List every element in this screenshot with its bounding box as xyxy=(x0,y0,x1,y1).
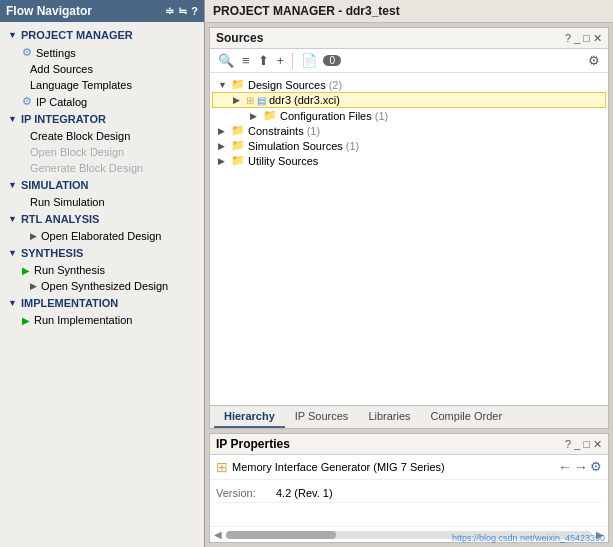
nav-item-language-templates[interactable]: Language Templates xyxy=(0,77,204,93)
section-label-simulation: SIMULATION xyxy=(21,179,89,191)
nav-label-run-implementation: Run Implementation xyxy=(34,314,132,326)
tree-design-sources[interactable]: ▼ 📁 Design Sources (2) xyxy=(210,77,608,92)
arrow-design-sources: ▼ xyxy=(218,80,228,90)
sources-close-icon[interactable]: ✕ xyxy=(593,32,602,45)
folder-icon-constraints: 📁 xyxy=(231,124,245,137)
nav-header-title: Flow Navigator xyxy=(6,4,92,18)
nav-item-open-elaborated-design[interactable]: ▶ Open Elaborated Design xyxy=(0,228,204,244)
section-label-implementation: IMPLEMENTATION xyxy=(21,297,118,309)
filter-icon[interactable]: ≡ xyxy=(240,52,252,69)
chevron-simulation: ▼ xyxy=(8,180,17,190)
sources-header-right: ? _ □ ✕ xyxy=(565,32,602,45)
section-project-manager[interactable]: ▼ PROJECT MANAGER xyxy=(0,26,204,44)
sources-tree: ▼ 📁 Design Sources (2) ▶ ⊞ ▤ ddr3 (ddr3.… xyxy=(210,73,608,405)
settings-icon[interactable]: ⚙ xyxy=(586,52,602,69)
label-utility-sources: Utility Sources xyxy=(248,155,318,167)
nav-item-settings[interactable]: ⚙ Settings xyxy=(0,44,204,61)
file-icon[interactable]: 📄 xyxy=(299,52,319,69)
sources-minimize-icon[interactable]: _ xyxy=(574,32,580,45)
up-icon[interactable]: ⬆ xyxy=(256,52,271,69)
folder-icon-config-files: 📁 xyxy=(263,109,277,122)
ip-panel-title: IP Properties xyxy=(216,437,290,451)
nav-icon-2[interactable]: ≒ xyxy=(178,5,187,18)
nav-item-open-synthesized-design[interactable]: ▶ Open Synthesized Design xyxy=(0,278,204,294)
ip-nav-arrows: ← → ⚙ xyxy=(558,459,602,475)
section-rtl-analysis[interactable]: ▼ RTL ANALYSIS xyxy=(0,210,204,228)
sources-panel-title: Sources xyxy=(216,31,263,45)
label-config-files: Configuration Files xyxy=(280,110,372,122)
folder-icon-design-sources: 📁 xyxy=(231,78,245,91)
section-synthesis[interactable]: ▼ SYNTHESIS xyxy=(0,244,204,262)
chevron-right-synthesized: ▶ xyxy=(30,281,37,291)
sources-maximize-icon[interactable]: □ xyxy=(583,32,590,45)
section-label-ip-integrator: IP INTEGRATOR xyxy=(21,113,106,125)
tree-item-config-files[interactable]: ▶ 📁 Configuration Files (1) xyxy=(210,108,608,123)
ip-back-arrow[interactable]: ← xyxy=(558,459,572,475)
add-icon[interactable]: + xyxy=(275,52,287,69)
tab-libraries[interactable]: Libraries xyxy=(358,406,420,428)
right-panel: PROJECT MANAGER - ddr3_test Sources ? _ … xyxy=(205,0,613,547)
ip-settings-icon[interactable]: ⚙ xyxy=(590,459,602,475)
nav-item-open-block-design: Open Block Design xyxy=(0,144,204,160)
ip-maximize-icon[interactable]: □ xyxy=(583,438,590,450)
gear-icon-ip-catalog: ⚙ xyxy=(22,95,32,108)
nav-label-ip-catalog: IP Catalog xyxy=(36,96,87,108)
ip-help-icon[interactable]: ? xyxy=(565,438,571,450)
chevron-synthesis: ▼ xyxy=(8,248,17,258)
count-config-files: (1) xyxy=(375,110,388,122)
folder-icon-utility-sources: 📁 xyxy=(231,154,245,167)
file-icon-ddr3: ▤ xyxy=(257,95,266,106)
tab-compile-order[interactable]: Compile Order xyxy=(421,406,513,428)
nav-item-run-simulation[interactable]: Run Simulation xyxy=(0,194,204,210)
ip-property-version: Version: 4.2 (Rev. 1) xyxy=(216,484,602,503)
scroll-left-icon[interactable]: ◀ xyxy=(214,529,222,540)
play-icon-synthesis: ▶ xyxy=(22,265,30,276)
ip-close-icon[interactable]: ✕ xyxy=(593,438,602,451)
nav-item-generate-block-design: Generate Block Design xyxy=(0,160,204,176)
toolbar-separator xyxy=(292,53,293,69)
sources-tabs-bar: Hierarchy IP Sources Libraries Compile O… xyxy=(210,405,608,428)
chip-icon: ⊞ xyxy=(216,459,228,475)
nav-label-settings: Settings xyxy=(36,47,76,59)
nav-item-create-block-design[interactable]: Create Block Design xyxy=(0,128,204,144)
section-simulation[interactable]: ▼ SIMULATION xyxy=(0,176,204,194)
tree-item-simulation-sources[interactable]: ▶ 📁 Simulation Sources (1) xyxy=(210,138,608,153)
sources-panel-header: Sources ? _ □ ✕ xyxy=(210,28,608,49)
section-implementation[interactable]: ▼ IMPLEMENTATION xyxy=(0,294,204,312)
nav-label-generate-block-design: Generate Block Design xyxy=(30,162,143,174)
nav-label-open-elaborated-design: Open Elaborated Design xyxy=(41,230,161,242)
ip-property-value-version: 4.2 (Rev. 1) xyxy=(276,487,602,499)
nav-item-run-implementation[interactable]: ▶ Run Implementation xyxy=(0,312,204,328)
chevron-ip-integrator: ▼ xyxy=(8,114,17,124)
sources-help-icon[interactable]: ? xyxy=(565,32,571,45)
nav-item-add-sources[interactable]: Add Sources xyxy=(0,61,204,77)
folder-icon-simulation-sources: 📁 xyxy=(231,139,245,152)
count-simulation-sources: (1) xyxy=(346,140,359,152)
arrow-config-files: ▶ xyxy=(250,111,260,121)
tree-item-utility-sources[interactable]: ▶ 📁 Utility Sources xyxy=(210,153,608,168)
nav-label-run-synthesis: Run Synthesis xyxy=(34,264,105,276)
ip-window-controls: ? _ □ ✕ xyxy=(565,438,602,451)
ip-minimize-icon[interactable]: _ xyxy=(574,438,580,450)
sources-panel: Sources ? _ □ ✕ 🔍 ≡ ⬆ + 📄 0 ⚙ xyxy=(209,27,609,429)
search-icon[interactable]: 🔍 xyxy=(216,52,236,69)
nav-item-ip-catalog[interactable]: ⚙ IP Catalog xyxy=(0,93,204,110)
section-ip-integrator[interactable]: ▼ IP INTEGRATOR xyxy=(0,110,204,128)
tab-ip-sources[interactable]: IP Sources xyxy=(285,406,359,428)
nav-item-run-synthesis[interactable]: ▶ Run Synthesis xyxy=(0,262,204,278)
tab-hierarchy[interactable]: Hierarchy xyxy=(214,406,285,428)
nav-icon-3[interactable]: ? xyxy=(191,5,198,18)
ip-forward-arrow[interactable]: → xyxy=(574,459,588,475)
ip-panel-content: Version: 4.2 (Rev. 1) xyxy=(210,480,608,526)
nav-icon-1[interactable]: ≑ xyxy=(165,5,174,18)
project-manager-header: PROJECT MANAGER - ddr3_test xyxy=(205,0,613,23)
play-icon-implementation: ▶ xyxy=(22,315,30,326)
tree-item-constraints[interactable]: ▶ 📁 Constraints (1) xyxy=(210,123,608,138)
tree-item-ddr3[interactable]: ▶ ⊞ ▤ ddr3 (ddr3.xci) xyxy=(212,92,606,108)
nav-label-open-synthesized-design: Open Synthesized Design xyxy=(41,280,168,292)
ip-properties-panel: IP Properties ? _ □ ✕ ⊞ Memory Interface… xyxy=(209,433,609,543)
section-label-rtl-analysis: RTL ANALYSIS xyxy=(21,213,99,225)
section-label-project-manager: PROJECT MANAGER xyxy=(21,29,133,41)
chevron-project-manager: ▼ xyxy=(8,30,17,40)
nav-label-create-block-design: Create Block Design xyxy=(30,130,130,142)
